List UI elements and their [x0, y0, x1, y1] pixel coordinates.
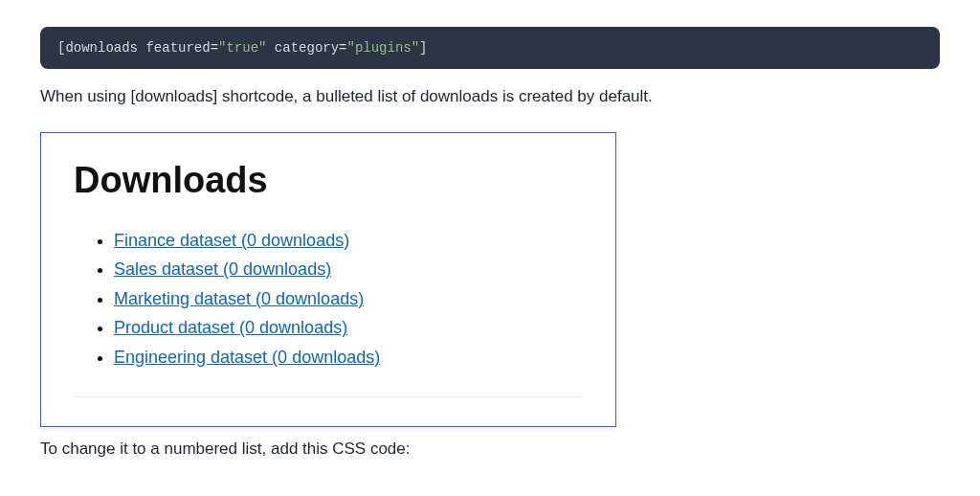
- download-link[interactable]: Engineering dataset (0 downloads): [114, 348, 380, 367]
- downloads-list: Finance dataset (0 downloads) Sales data…: [74, 226, 583, 372]
- download-link[interactable]: Product dataset (0 downloads): [114, 318, 347, 337]
- divider: [74, 396, 583, 397]
- code-attr2-key: category=: [266, 40, 346, 56]
- code-attr2-val: "plugins": [346, 40, 419, 56]
- download-link[interactable]: Marketing dataset (0 downloads): [114, 289, 364, 308]
- code-attr1-key: featured=: [138, 40, 218, 56]
- code-attr1-val: "true": [218, 40, 266, 56]
- example-heading: Downloads: [74, 160, 583, 201]
- code-tag: downloads: [65, 40, 138, 56]
- list-item: Product dataset (0 downloads): [114, 313, 583, 343]
- outro-paragraph: To change it to a numbered list, add thi…: [40, 437, 940, 462]
- list-item: Finance dataset (0 downloads): [114, 226, 583, 256]
- download-link[interactable]: Sales dataset (0 downloads): [114, 259, 331, 279]
- code-block: [downloads featured="true" category="plu…: [40, 27, 940, 69]
- code-close-bracket: ]: [419, 40, 427, 56]
- example-box: Downloads Finance dataset (0 downloads) …: [40, 132, 616, 428]
- list-item: Sales dataset (0 downloads): [114, 255, 583, 284]
- download-link[interactable]: Finance dataset (0 downloads): [114, 231, 349, 250]
- list-item: Engineering dataset (0 downloads): [114, 343, 583, 372]
- list-item: Marketing dataset (0 downloads): [114, 284, 583, 314]
- intro-paragraph: When using [downloads] shortcode, a bull…: [40, 84, 940, 109]
